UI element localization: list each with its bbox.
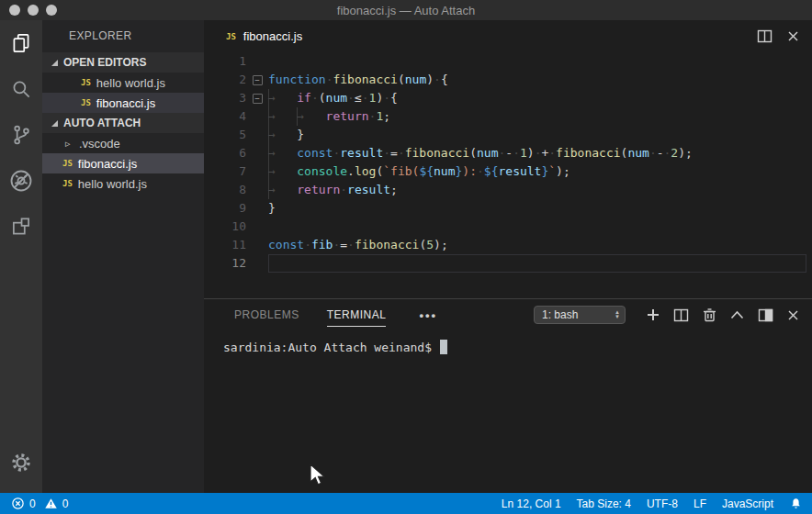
terminal-content[interactable]: sardinia:Auto Attach weinand$ xyxy=(204,330,812,493)
status-item[interactable]: Ln 12, Col 1 xyxy=(502,497,561,510)
js-file-icon: JS xyxy=(226,32,236,41)
folder-file-list: ▹.vscodeJSfibonacci.jsJShello world.js xyxy=(42,133,204,194)
more-actions-icon[interactable]: ••• xyxy=(419,308,437,322)
panel-position-icon[interactable] xyxy=(758,308,773,322)
folder-header[interactable]: AUTO ATTACH xyxy=(42,113,204,133)
line-number: 1 xyxy=(204,52,246,71)
settings-button[interactable] xyxy=(0,440,42,486)
search-icon xyxy=(9,77,33,101)
activity-search[interactable] xyxy=(0,66,42,112)
line-content: →} xyxy=(268,126,812,144)
line-number: 10 xyxy=(204,218,246,236)
error-icon xyxy=(11,497,25,510)
activity-extensions[interactable] xyxy=(0,204,42,250)
gutter xyxy=(246,181,268,199)
extensions-icon xyxy=(9,215,33,239)
editor-group: JS fibonacci.js 12−function·fibonacci(nu… xyxy=(204,20,812,493)
kill-terminal-icon[interactable] xyxy=(703,307,716,322)
line-content: →→return·1; xyxy=(268,107,812,126)
status-item[interactable]: LF xyxy=(694,497,706,510)
panel-tab-bar: PROBLEMSTERMINAL ••• 1: bash ▲▼ xyxy=(204,299,812,330)
open-editor-item[interactable]: JSfibonacci.js xyxy=(42,93,204,113)
problems-status[interactable]: 0 0 xyxy=(7,497,68,510)
line-number: 8 xyxy=(204,181,246,199)
new-terminal-icon[interactable] xyxy=(647,308,660,321)
gutter xyxy=(246,126,268,144)
open-editor-item[interactable]: JShello world.js xyxy=(42,73,204,93)
terminal-prompt: sardinia:Auto Attach weinand$ xyxy=(223,341,432,354)
split-terminal-icon[interactable] xyxy=(673,308,689,322)
chevron-collapsed-icon: ▹ xyxy=(65,138,73,150)
source-control-icon xyxy=(9,123,33,147)
close-panel-icon[interactable] xyxy=(787,309,799,321)
line-content xyxy=(268,218,812,236)
gutter: − xyxy=(246,89,268,107)
maximize-panel-icon[interactable] xyxy=(730,310,744,319)
gutter: − xyxy=(246,71,268,89)
warning-count: 0 xyxy=(62,497,69,510)
code-line: 11const·fib·=·fibonacci(5); xyxy=(204,236,812,254)
line-content: const·fib·=·fibonacci(5); xyxy=(268,236,812,254)
panel-tab-terminal[interactable]: TERMINAL xyxy=(327,299,387,330)
minimize-window-button[interactable] xyxy=(28,5,39,16)
panel-tab-problems[interactable]: PROBLEMS xyxy=(234,299,299,330)
gutter xyxy=(246,52,268,71)
line-number: 2 xyxy=(204,71,246,89)
line-number: 11 xyxy=(204,236,246,254)
activity-source-control[interactable] xyxy=(0,112,42,158)
line-content: →const·result·=·fibonacci(num·-·1)·+·fib… xyxy=(268,144,812,162)
activity-explorer[interactable] xyxy=(0,20,42,66)
gutter xyxy=(246,199,268,218)
line-number: 12 xyxy=(204,254,246,273)
open-editors-header[interactable]: OPEN EDITORS xyxy=(42,52,204,73)
bell-icon[interactable] xyxy=(789,497,803,510)
status-item[interactable]: JavaScript xyxy=(722,497,773,510)
chevron-expanded-icon xyxy=(51,120,58,127)
gutter xyxy=(246,162,268,181)
activity-bar xyxy=(0,20,42,493)
code-line: 10 xyxy=(204,218,812,236)
debug-disabled-icon xyxy=(8,168,34,194)
zoom-window-button[interactable] xyxy=(46,5,57,16)
bottom-panel: PROBLEMSTERMINAL ••• 1: bash ▲▼ xyxy=(204,298,812,493)
file-item[interactable]: JShello world.js xyxy=(42,173,204,194)
code-line: 7→console.log(`fib(${num}):·${result}`); xyxy=(204,162,812,181)
code-line: 12 xyxy=(204,254,812,273)
file-item[interactable]: ▹.vscode xyxy=(42,133,204,153)
js-file-icon: JS xyxy=(81,98,91,107)
activity-debug[interactable] xyxy=(0,158,42,204)
gutter xyxy=(246,218,268,236)
status-item[interactable]: Tab Size: 4 xyxy=(577,497,631,510)
line-content xyxy=(268,254,806,273)
terminal-shell-select[interactable]: 1: bash ▲▼ xyxy=(534,306,626,324)
close-editor-icon[interactable] xyxy=(787,30,799,42)
code-lines[interactable]: 12−function·fibonacci(num)·{3−→if·(num·≤… xyxy=(204,52,812,273)
editor-filename: fibonacci.js xyxy=(243,29,302,43)
line-content: →if·(num·≤·1)·{ xyxy=(268,89,812,107)
editor-area[interactable]: JS fibonacci.js 12−function·fibonacci(nu… xyxy=(204,20,812,298)
fold-icon[interactable]: − xyxy=(253,94,263,104)
close-window-button[interactable] xyxy=(9,5,20,16)
line-number: 5 xyxy=(204,126,246,144)
status-item[interactable]: UTF-8 xyxy=(647,497,678,510)
open-editors-list: JShello world.jsJSfibonacci.js xyxy=(42,73,204,113)
file-item[interactable]: JSfibonacci.js xyxy=(42,153,204,173)
js-file-icon: JS xyxy=(62,159,73,168)
line-number: 4 xyxy=(204,107,246,126)
line-number: 6 xyxy=(204,144,246,162)
fold-icon[interactable]: − xyxy=(253,75,263,85)
select-arrows-icon: ▲▼ xyxy=(615,310,620,319)
window-title: fibonacci.js — Auto Attach xyxy=(0,4,812,17)
gutter xyxy=(246,254,268,273)
line-content: →console.log(`fib(${num}):·${result}`); xyxy=(268,162,812,181)
code-line: 1 xyxy=(204,52,812,71)
split-editor-icon[interactable] xyxy=(757,29,773,43)
code-line: 4→→return·1; xyxy=(204,107,812,126)
line-content: } xyxy=(268,199,812,218)
files-icon xyxy=(9,31,33,55)
gutter xyxy=(246,236,268,254)
line-content: function·fibonacci(num)·{ xyxy=(268,71,812,89)
js-file-icon: JS xyxy=(62,179,73,188)
status-bar: 0 0 Ln 12, Col 1Tab Size: 4UTF-8LFJavaSc… xyxy=(0,493,812,514)
code-line: 3−→if·(num·≤·1)·{ xyxy=(204,89,812,107)
